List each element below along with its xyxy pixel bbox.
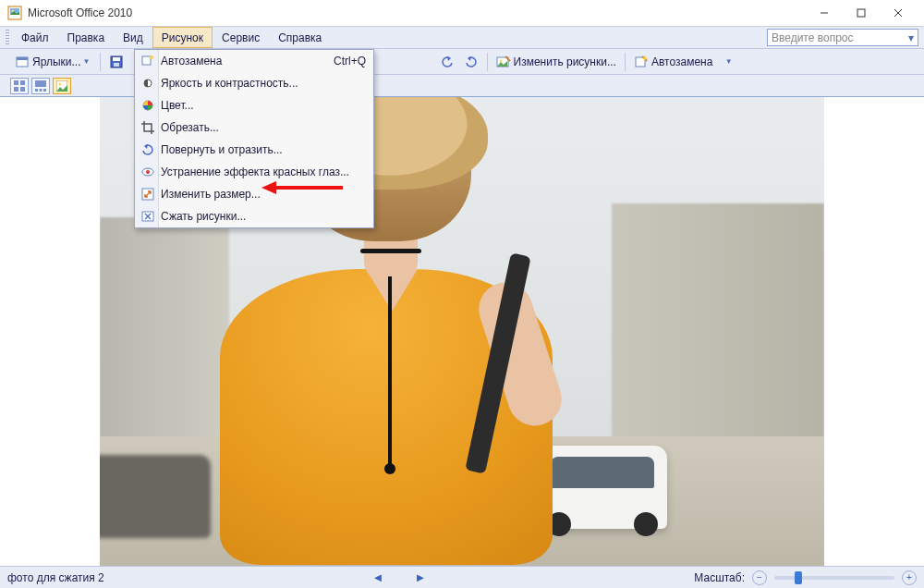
redeye-icon bbox=[135, 165, 161, 179]
chevron-down-icon: ▾ bbox=[908, 31, 914, 44]
view-thumbnails-button[interactable] bbox=[10, 78, 29, 94]
menu-view[interactable]: Вид bbox=[114, 27, 152, 48]
shortcuts-label: Ярлыки... bbox=[32, 55, 81, 68]
svg-point-33 bbox=[146, 170, 150, 174]
edit-pictures-button[interactable]: Изменить рисунки... bbox=[492, 52, 620, 72]
svg-rect-22 bbox=[20, 87, 25, 92]
autocorrect-button[interactable]: Автозамена bbox=[630, 52, 716, 72]
maximize-button[interactable] bbox=[843, 0, 880, 26]
rotate-left-button[interactable] bbox=[436, 52, 458, 72]
picture-menu-dropdown: Автозамена Ctrl+Q Яркость и контрастност… bbox=[134, 49, 374, 228]
menu-item-rotate[interactable]: Повернуть и отразить... bbox=[135, 139, 373, 161]
svg-rect-4 bbox=[857, 9, 865, 17]
svg-rect-25 bbox=[40, 89, 43, 92]
svg-marker-37 bbox=[261, 181, 276, 194]
svg-rect-26 bbox=[43, 89, 46, 92]
autofix-icon bbox=[634, 55, 649, 69]
autocorrect-label: Автозамена bbox=[651, 55, 712, 68]
svg-rect-24 bbox=[35, 89, 38, 92]
minimize-button[interactable] bbox=[806, 0, 843, 26]
menu-edit[interactable]: Правка bbox=[58, 27, 115, 48]
canvas-area: Автозамена Ctrl+Q Яркость и контрастност… bbox=[0, 97, 924, 566]
svg-rect-23 bbox=[35, 80, 46, 87]
rotate-icon bbox=[135, 142, 161, 157]
menubar: Файл Правка Вид Рисунок Сервис Справка В… bbox=[0, 27, 924, 49]
app-title: Microsoft Office 2010 bbox=[28, 6, 132, 19]
menu-item-crop[interactable]: Обрезать... bbox=[135, 116, 373, 139]
rotate-right-icon bbox=[464, 55, 479, 69]
ask-placeholder: Введите вопрос bbox=[772, 31, 854, 44]
filmstrip-icon bbox=[35, 80, 46, 92]
menu-item-brightness[interactable]: Яркость и контрастность... bbox=[135, 72, 373, 94]
autofix-icon bbox=[135, 54, 161, 68]
svg-rect-10 bbox=[113, 57, 120, 61]
single-image-icon bbox=[56, 80, 67, 92]
menu-tools[interactable]: Сервис bbox=[213, 27, 269, 48]
menu-item-autocorrect[interactable]: Автозамена Ctrl+Q bbox=[135, 50, 373, 72]
shortcuts-icon bbox=[15, 55, 30, 69]
svg-point-17 bbox=[499, 59, 502, 62]
color-icon bbox=[135, 98, 161, 113]
grid-icon bbox=[14, 80, 25, 92]
zoom-label: Масштаб: bbox=[694, 571, 745, 584]
menu-item-color[interactable]: Цвет... bbox=[135, 94, 373, 116]
next-image-button[interactable]: ► bbox=[411, 570, 430, 584]
chevron-down-icon: ▼ bbox=[83, 57, 91, 66]
view-filmstrip-button[interactable] bbox=[31, 78, 50, 94]
menu-help[interactable]: Справка bbox=[269, 27, 331, 48]
svg-rect-29 bbox=[142, 56, 151, 65]
left-gutter bbox=[0, 97, 100, 566]
prev-image-button[interactable]: ◄ bbox=[369, 570, 387, 584]
svg-point-28 bbox=[59, 82, 62, 85]
svg-rect-20 bbox=[20, 80, 25, 85]
compress-icon bbox=[135, 209, 161, 224]
close-button[interactable] bbox=[880, 0, 917, 26]
svg-rect-19 bbox=[14, 80, 18, 85]
statusbar: фото для сжатия 2 ◄ ► Масштаб: − + bbox=[0, 566, 924, 588]
menu-file[interactable]: Файл bbox=[12, 27, 58, 48]
svg-rect-8 bbox=[17, 57, 28, 60]
rotate-left-icon bbox=[440, 55, 455, 69]
app-icon bbox=[7, 6, 22, 20]
zoom-slider[interactable] bbox=[774, 576, 894, 580]
filename-label: фото для сжатия 2 bbox=[7, 571, 104, 584]
save-icon bbox=[109, 55, 124, 69]
svg-rect-11 bbox=[114, 63, 119, 67]
edit-pictures-icon bbox=[496, 55, 511, 69]
zoom-out-button[interactable]: − bbox=[752, 570, 767, 585]
arrow-annotation bbox=[261, 178, 345, 197]
rotate-right-button[interactable] bbox=[460, 52, 482, 72]
ask-question-box[interactable]: Введите вопрос ▾ bbox=[767, 29, 918, 46]
resize-icon bbox=[135, 187, 161, 202]
right-gutter bbox=[824, 97, 924, 566]
shortcuts-button[interactable]: Ярлыки... ▼ bbox=[11, 52, 95, 72]
svg-rect-21 bbox=[14, 87, 18, 92]
zoom-thumb[interactable] bbox=[795, 571, 802, 584]
menu-picture[interactable]: Рисунок bbox=[152, 27, 213, 48]
save-button[interactable] bbox=[105, 52, 128, 72]
edit-pictures-label: Изменить рисунки... bbox=[514, 55, 616, 68]
toolbar-grip[interactable] bbox=[6, 30, 9, 45]
toolbar-overflow[interactable]: ▼ bbox=[718, 52, 738, 72]
zoom-in-button[interactable]: + bbox=[902, 570, 917, 585]
brightness-icon bbox=[135, 76, 161, 91]
view-single-button[interactable] bbox=[53, 78, 71, 94]
chevron-down-icon: ▼ bbox=[725, 57, 734, 66]
menu-item-compress[interactable]: Сжать рисунки... bbox=[135, 205, 373, 227]
shortcut-label: Ctrl+Q bbox=[334, 55, 366, 67]
titlebar: Microsoft Office 2010 bbox=[0, 0, 924, 27]
crop-icon bbox=[135, 120, 161, 135]
